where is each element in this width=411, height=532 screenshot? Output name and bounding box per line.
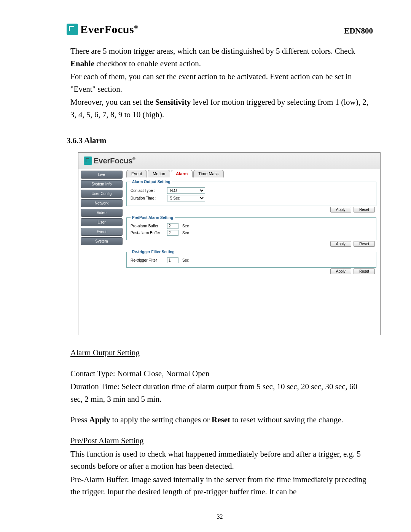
app-logo: EverFocus® — [84, 157, 135, 165]
sidebar-item-event[interactable]: Event — [81, 228, 123, 236]
apply-button-2[interactable]: Apply — [330, 241, 351, 247]
contact-type-select[interactable]: N.O — [167, 187, 205, 194]
doc-header: EverFocus® EDN800 — [67, 23, 373, 36]
intro-p1: There are 5 motion trigger areas, which … — [70, 45, 369, 70]
post-buffer-label: Post-alarm Buffer — [131, 231, 165, 235]
app-logo-icon — [84, 157, 92, 165]
fs-prepost: Pre/Post Alarm Setting Pre-alarm Buffer … — [126, 216, 376, 240]
retrigger-label: Re-trigger Filter — [131, 258, 165, 262]
apply-button-1[interactable]: Apply — [330, 207, 351, 212]
sidebar-item-user[interactable]: User — [81, 218, 123, 226]
fs-retrigger-legend: Re-trigger Filter Setting — [131, 250, 176, 254]
reset-button-2[interactable]: Reset — [354, 241, 375, 247]
section-title: 3.6.3 Alarm — [67, 136, 373, 145]
tab-alarm[interactable]: Alarm — [171, 170, 193, 177]
sidebar-item-system[interactable]: System — [81, 237, 123, 245]
sidebar-item-live[interactable]: Live — [81, 171, 123, 179]
sidebar-item-userconfig[interactable]: User Config — [81, 190, 123, 198]
retrigger-input[interactable] — [167, 257, 178, 263]
sidebar-item-network[interactable]: Network — [81, 199, 123, 207]
brand-logo: EverFocus® — [67, 23, 138, 36]
reset-button-3[interactable]: Reset — [354, 268, 375, 274]
model-label: EDN800 — [344, 26, 373, 36]
p-prepost-desc: This function is used to check what happ… — [70, 448, 369, 473]
app-window: EverFocus® Live System Info User Config … — [78, 152, 381, 335]
tab-event[interactable]: Event — [126, 170, 147, 177]
h-output: Alarm Output Setting — [70, 347, 369, 359]
intro-p3: Moreover, you can set the Sensitivity le… — [70, 96, 369, 121]
h-prepost: Pre/Post Alarm Setting — [70, 435, 369, 447]
p-contact: Contact Type: Normal Close, Normal Open — [70, 367, 369, 380]
pre-unit: Sec — [182, 224, 189, 228]
intro-p2: For each of them, you can set the event … — [70, 70, 369, 95]
duration-label: Duration Time : — [131, 196, 165, 200]
p-applyreset: Press Apply to apply the setting changes… — [70, 414, 369, 426]
reset-button-1[interactable]: Reset — [354, 207, 375, 212]
tab-motion[interactable]: Motion — [148, 170, 170, 177]
post-unit: Sec — [182, 231, 189, 235]
fs-output: Alarm Output Setting Contact Type : N.O … — [126, 180, 376, 206]
brand-icon — [67, 24, 78, 35]
sidebar: Live System Info User Config Network Vid… — [78, 169, 125, 335]
p-duration: Duration Time: Select duration time of a… — [70, 380, 369, 405]
brand-wordmark: EverFocus® — [80, 23, 138, 36]
apply-button-3[interactable]: Apply — [330, 268, 351, 274]
sidebar-item-video[interactable]: Video — [81, 209, 123, 217]
app-header: EverFocus® — [78, 153, 380, 169]
sidebar-item-systeminfo[interactable]: System Info — [81, 180, 123, 188]
retrigger-unit: Sec — [182, 258, 189, 262]
page-number: 32 — [67, 513, 373, 520]
p-prealarm: Pre-Alarm Buffer: Image saved internally… — [70, 473, 369, 498]
fs-output-legend: Alarm Output Setting — [131, 180, 172, 184]
fs-prepost-legend: Pre/Post Alarm Setting — [131, 216, 175, 220]
pre-buffer-input[interactable] — [167, 223, 178, 229]
post-buffer-input[interactable] — [167, 230, 178, 236]
fs-retrigger: Re-trigger Filter Setting Re-trigger Fil… — [126, 250, 376, 268]
pre-buffer-label: Pre-alarm Buffer — [131, 224, 165, 228]
tab-bar: Event Motion Alarm Time Mask — [126, 170, 376, 177]
tab-timemask[interactable]: Time Mask — [193, 170, 223, 177]
duration-select[interactable]: 5 Sec — [167, 195, 205, 201]
main-panel: Event Motion Alarm Time Mask Alarm Outpu… — [125, 169, 380, 335]
contact-type-label: Contact Type : — [131, 189, 165, 193]
